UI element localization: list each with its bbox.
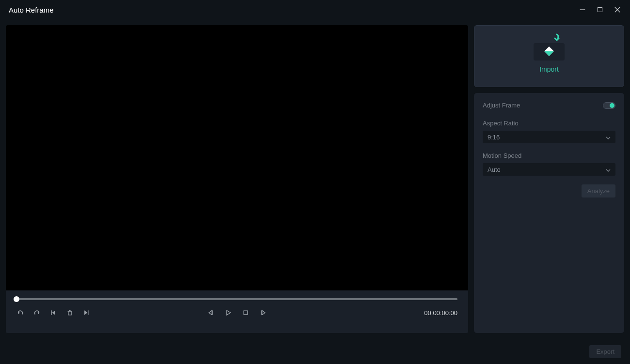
delete-icon[interactable] bbox=[66, 309, 74, 317]
play-icon[interactable] bbox=[224, 309, 232, 317]
motion-speed-select[interactable]: Auto bbox=[483, 163, 615, 176]
skip-end-icon[interactable] bbox=[82, 309, 90, 317]
svg-rect-14 bbox=[244, 311, 248, 315]
playhead[interactable] bbox=[14, 296, 19, 302]
motion-speed-label: Motion Speed bbox=[483, 152, 615, 159]
timeline-area: 00:00:00:00 bbox=[6, 290, 468, 333]
import-button[interactable]: Import bbox=[474, 25, 624, 87]
preview-panel: 00:00:00:00 bbox=[6, 25, 468, 333]
svg-marker-13 bbox=[227, 310, 231, 315]
svg-rect-6 bbox=[68, 311, 71, 315]
titlebar: Auto Reframe bbox=[0, 0, 630, 19]
window-controls bbox=[579, 6, 621, 14]
footer: Export bbox=[0, 339, 630, 364]
skip-start-icon[interactable] bbox=[49, 309, 57, 317]
maximize-button[interactable] bbox=[596, 6, 604, 14]
timeline-track[interactable] bbox=[16, 298, 457, 300]
frame-forward-icon[interactable] bbox=[259, 309, 267, 317]
analyze-button[interactable]: Analyze bbox=[582, 184, 615, 197]
svg-marker-11 bbox=[209, 310, 212, 315]
settings-panel: Adjust Frame Aspect Ratio 9:16 Motion Sp… bbox=[474, 93, 624, 333]
chevron-down-icon bbox=[606, 165, 611, 174]
video-preview[interactable] bbox=[6, 25, 468, 290]
window-title: Auto Reframe bbox=[9, 6, 54, 14]
svg-marker-5 bbox=[52, 310, 55, 315]
chevron-down-icon bbox=[606, 133, 611, 141]
import-label: Import bbox=[539, 65, 559, 73]
download-arrow-icon bbox=[552, 33, 562, 45]
close-button[interactable] bbox=[614, 6, 621, 14]
stop-icon[interactable] bbox=[242, 309, 250, 317]
svg-marker-15 bbox=[262, 310, 265, 315]
undo-icon[interactable] bbox=[16, 309, 24, 317]
minimize-button[interactable] bbox=[579, 6, 586, 14]
aspect-ratio-select[interactable]: 9:16 bbox=[483, 131, 615, 143]
svg-rect-1 bbox=[598, 8, 602, 12]
aspect-ratio-value: 9:16 bbox=[488, 134, 500, 141]
redo-icon[interactable] bbox=[33, 309, 41, 317]
export-button[interactable]: Export bbox=[589, 345, 621, 358]
right-panel: Import Adjust Frame Aspect Ratio 9:16 Mo… bbox=[474, 25, 624, 333]
controls-row: 00:00:00:00 bbox=[16, 309, 457, 317]
aspect-ratio-label: Aspect Ratio bbox=[483, 120, 615, 127]
playback-controls bbox=[207, 309, 267, 317]
edit-controls bbox=[16, 309, 90, 317]
motion-speed-value: Auto bbox=[488, 166, 501, 173]
main-content: 00:00:00:00 Import Adjust Frame bbox=[0, 19, 630, 339]
adjust-frame-toggle[interactable] bbox=[603, 102, 615, 109]
adjust-frame-row: Adjust Frame bbox=[483, 102, 615, 109]
svg-marker-10 bbox=[84, 310, 87, 315]
timecode: 00:00:00:00 bbox=[424, 309, 457, 317]
adjust-frame-label: Adjust Frame bbox=[483, 102, 520, 109]
import-icon bbox=[533, 39, 566, 61]
frame-back-icon[interactable] bbox=[207, 309, 215, 317]
